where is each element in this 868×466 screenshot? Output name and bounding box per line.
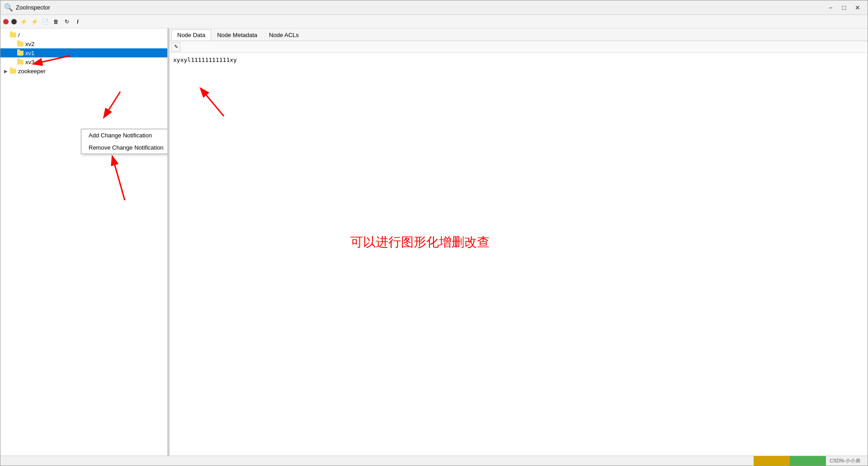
- tab-node-metadata[interactable]: Node Metadata: [211, 29, 263, 40]
- status-text: CSDN-小小弟: [830, 457, 860, 464]
- tree-node-root[interactable]: /: [0, 30, 167, 39]
- app-icon: 🔍: [4, 3, 13, 12]
- main-window: 🔍 ZooInspector − □ ✕ ⚡ ⚡ 📄 🗑 ↻ i: [0, 0, 868, 466]
- app-title: ZooInspector: [16, 4, 50, 11]
- toolbar: ⚡ ⚡ 📄 🗑 ↻ i: [0, 15, 868, 28]
- expander-zookeeper[interactable]: ▶: [2, 67, 9, 75]
- tree-label-xv3: xv3: [25, 59, 34, 66]
- folder-icon-xv3: [17, 58, 24, 66]
- content-arrows-overlay: [170, 53, 868, 456]
- tree-node-xv2[interactable]: xv2: [0, 39, 167, 48]
- context-menu-remove-notification[interactable]: Remove Change Notification: [81, 141, 168, 154]
- expander-xv1[interactable]: [9, 49, 17, 56]
- tree-label-xv1: xv1: [25, 50, 34, 56]
- data-edit-button[interactable]: ✎: [171, 42, 180, 52]
- node-data-value: xyxyl11111111111xy: [173, 56, 237, 63]
- expander-root[interactable]: [2, 31, 9, 38]
- tree-panel[interactable]: / xv2 xv1: [0, 28, 168, 456]
- info-button[interactable]: i: [73, 17, 83, 27]
- add-node-button[interactable]: 📄: [40, 17, 50, 27]
- minimize-button[interactable]: −: [824, 2, 837, 13]
- maximize-button[interactable]: □: [838, 2, 850, 13]
- tree-label-xv2: xv2: [25, 41, 34, 47]
- delete-node-button[interactable]: 🗑: [51, 17, 61, 27]
- circle-dark-icon: [11, 19, 17, 24]
- tree-node-zookeeper[interactable]: ▶ zookeeper: [0, 66, 167, 75]
- close-button[interactable]: ✕: [851, 2, 864, 13]
- titlebar: 🔍 ZooInspector − □ ✕: [0, 0, 868, 15]
- status-color-1: [754, 456, 790, 466]
- data-toolbar: ✎: [170, 41, 868, 53]
- folder-icon-xv1: [17, 49, 24, 56]
- status-color-2: [790, 456, 826, 466]
- circle-red-icon: [3, 19, 9, 24]
- main-area: / xv2 xv1: [0, 28, 868, 456]
- svg-line-4: [104, 92, 120, 117]
- expander-xv2[interactable]: [9, 40, 17, 47]
- refresh-button[interactable]: ↻: [62, 17, 72, 27]
- tree-label-root: /: [18, 32, 20, 38]
- tree-label-zookeeper: zookeeper: [18, 68, 46, 75]
- context-menu-add-notification[interactable]: Add Change Notification: [81, 129, 168, 141]
- disconnect-button[interactable]: ⚡: [29, 17, 39, 27]
- status-credit: CSDN-小小弟: [826, 456, 864, 466]
- folder-icon-xv2: [17, 40, 24, 47]
- tree-node-xv3[interactable]: xv3: [0, 57, 167, 66]
- tabs-bar: Node Data Node Metadata Node ACLs: [170, 28, 868, 41]
- folder-icon-zookeeper: [9, 67, 17, 75]
- data-content: xyxyl11111111111xy 可以进行图形化增删改查: [170, 53, 868, 456]
- folder-icon-root: [9, 31, 17, 38]
- svg-line-7: [201, 89, 224, 116]
- svg-line-5: [113, 157, 125, 200]
- titlebar-controls: − □ ✕: [824, 2, 864, 13]
- statusbar: CSDN-小小弟: [0, 456, 868, 466]
- status-main: [4, 456, 754, 466]
- tab-node-acls[interactable]: Node ACLs: [263, 29, 305, 40]
- expander-xv3[interactable]: [9, 58, 17, 66]
- annotation-chinese: 可以进行图形化增删改查: [350, 234, 490, 251]
- tree-arrows-overlay: [0, 28, 168, 390]
- tab-node-data[interactable]: Node Data: [171, 29, 211, 40]
- context-menu: Add Change Notification Remove Change No…: [81, 129, 168, 154]
- connect-button[interactable]: ⚡: [19, 17, 28, 27]
- titlebar-left: 🔍 ZooInspector: [4, 3, 50, 12]
- content-panel: Node Data Node Metadata Node ACLs ✎ xyxy…: [170, 28, 868, 456]
- tree-node-xv1[interactable]: xv1: [0, 48, 167, 57]
